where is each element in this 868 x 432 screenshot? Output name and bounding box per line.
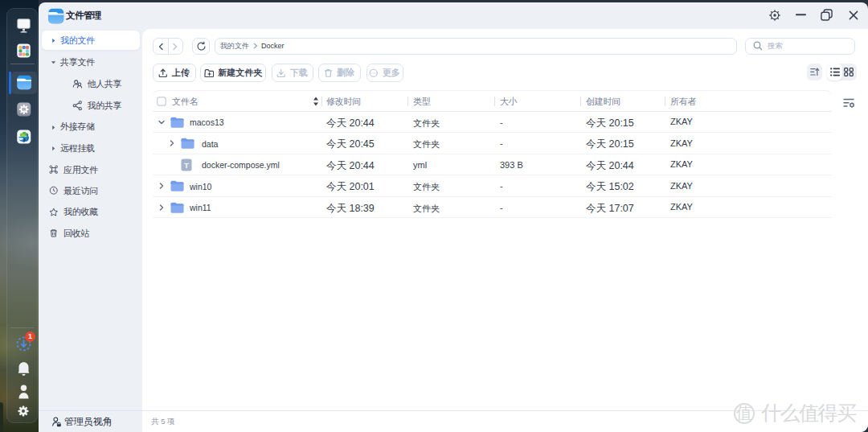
svg-text:T: T: [184, 161, 189, 169]
